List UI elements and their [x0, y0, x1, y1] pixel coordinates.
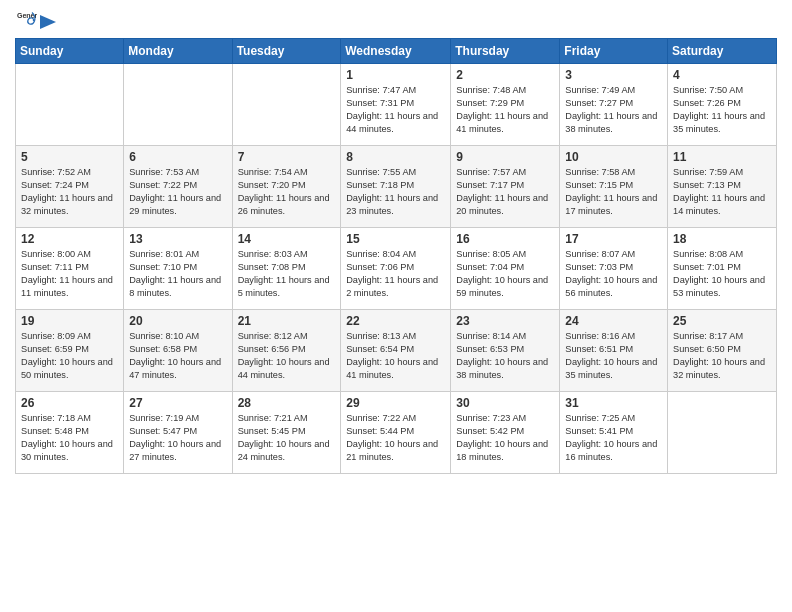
- header: General: [15, 10, 777, 30]
- calendar-cell: 30Sunrise: 7:23 AM Sunset: 5:42 PM Dayli…: [451, 392, 560, 474]
- day-info: Sunrise: 7:25 AM Sunset: 5:41 PM Dayligh…: [565, 412, 662, 464]
- calendar-cell: 28Sunrise: 7:21 AM Sunset: 5:45 PM Dayli…: [232, 392, 341, 474]
- calendar-cell: 3Sunrise: 7:49 AM Sunset: 7:27 PM Daylig…: [560, 64, 668, 146]
- week-row-5: 26Sunrise: 7:18 AM Sunset: 5:48 PM Dayli…: [16, 392, 777, 474]
- calendar-cell: 2Sunrise: 7:48 AM Sunset: 7:29 PM Daylig…: [451, 64, 560, 146]
- day-number: 20: [129, 314, 226, 328]
- weekday-header-thursday: Thursday: [451, 39, 560, 64]
- day-number: 25: [673, 314, 771, 328]
- calendar-cell: 15Sunrise: 8:04 AM Sunset: 7:06 PM Dayli…: [341, 228, 451, 310]
- day-info: Sunrise: 7:18 AM Sunset: 5:48 PM Dayligh…: [21, 412, 118, 464]
- calendar-cell: 20Sunrise: 8:10 AM Sunset: 6:58 PM Dayli…: [124, 310, 232, 392]
- weekday-header-monday: Monday: [124, 39, 232, 64]
- day-info: Sunrise: 8:14 AM Sunset: 6:53 PM Dayligh…: [456, 330, 554, 382]
- calendar-cell: 23Sunrise: 8:14 AM Sunset: 6:53 PM Dayli…: [451, 310, 560, 392]
- calendar-cell: 24Sunrise: 8:16 AM Sunset: 6:51 PM Dayli…: [560, 310, 668, 392]
- calendar-cell: 17Sunrise: 8:07 AM Sunset: 7:03 PM Dayli…: [560, 228, 668, 310]
- day-number: 7: [238, 150, 336, 164]
- day-info: Sunrise: 8:10 AM Sunset: 6:58 PM Dayligh…: [129, 330, 226, 382]
- day-info: Sunrise: 7:19 AM Sunset: 5:47 PM Dayligh…: [129, 412, 226, 464]
- calendar-cell: [124, 64, 232, 146]
- day-number: 9: [456, 150, 554, 164]
- weekday-header-row: SundayMondayTuesdayWednesdayThursdayFrid…: [16, 39, 777, 64]
- calendar-cell: 11Sunrise: 7:59 AM Sunset: 7:13 PM Dayli…: [668, 146, 777, 228]
- weekday-header-tuesday: Tuesday: [232, 39, 341, 64]
- day-info: Sunrise: 8:13 AM Sunset: 6:54 PM Dayligh…: [346, 330, 445, 382]
- calendar-cell: 1Sunrise: 7:47 AM Sunset: 7:31 PM Daylig…: [341, 64, 451, 146]
- calendar-cell: 7Sunrise: 7:54 AM Sunset: 7:20 PM Daylig…: [232, 146, 341, 228]
- page: General SundayMondayTuesdayWednesdayThur…: [0, 0, 792, 612]
- day-number: 23: [456, 314, 554, 328]
- day-info: Sunrise: 8:03 AM Sunset: 7:08 PM Dayligh…: [238, 248, 336, 300]
- day-number: 3: [565, 68, 662, 82]
- calendar-cell: 18Sunrise: 8:08 AM Sunset: 7:01 PM Dayli…: [668, 228, 777, 310]
- day-info: Sunrise: 8:04 AM Sunset: 7:06 PM Dayligh…: [346, 248, 445, 300]
- day-number: 8: [346, 150, 445, 164]
- calendar-cell: 29Sunrise: 7:22 AM Sunset: 5:44 PM Dayli…: [341, 392, 451, 474]
- day-number: 21: [238, 314, 336, 328]
- day-info: Sunrise: 8:00 AM Sunset: 7:11 PM Dayligh…: [21, 248, 118, 300]
- day-number: 29: [346, 396, 445, 410]
- day-info: Sunrise: 8:12 AM Sunset: 6:56 PM Dayligh…: [238, 330, 336, 382]
- day-info: Sunrise: 8:17 AM Sunset: 6:50 PM Dayligh…: [673, 330, 771, 382]
- week-row-1: 1Sunrise: 7:47 AM Sunset: 7:31 PM Daylig…: [16, 64, 777, 146]
- calendar-table: SundayMondayTuesdayWednesdayThursdayFrid…: [15, 38, 777, 474]
- day-number: 11: [673, 150, 771, 164]
- calendar-cell: 13Sunrise: 8:01 AM Sunset: 7:10 PM Dayli…: [124, 228, 232, 310]
- calendar-cell: [232, 64, 341, 146]
- day-info: Sunrise: 7:22 AM Sunset: 5:44 PM Dayligh…: [346, 412, 445, 464]
- day-number: 1: [346, 68, 445, 82]
- day-info: Sunrise: 7:55 AM Sunset: 7:18 PM Dayligh…: [346, 166, 445, 218]
- calendar-cell: 12Sunrise: 8:00 AM Sunset: 7:11 PM Dayli…: [16, 228, 124, 310]
- week-row-4: 19Sunrise: 8:09 AM Sunset: 6:59 PM Dayli…: [16, 310, 777, 392]
- day-number: 24: [565, 314, 662, 328]
- calendar-cell: 27Sunrise: 7:19 AM Sunset: 5:47 PM Dayli…: [124, 392, 232, 474]
- logo: General: [15, 10, 59, 30]
- calendar-cell: [668, 392, 777, 474]
- day-number: 4: [673, 68, 771, 82]
- svg-marker-1: [40, 15, 56, 29]
- day-number: 14: [238, 232, 336, 246]
- day-info: Sunrise: 7:21 AM Sunset: 5:45 PM Dayligh…: [238, 412, 336, 464]
- logo-arrow-icon: [38, 13, 58, 31]
- day-number: 28: [238, 396, 336, 410]
- day-number: 17: [565, 232, 662, 246]
- day-number: 13: [129, 232, 226, 246]
- calendar-cell: 31Sunrise: 7:25 AM Sunset: 5:41 PM Dayli…: [560, 392, 668, 474]
- calendar-cell: 8Sunrise: 7:55 AM Sunset: 7:18 PM Daylig…: [341, 146, 451, 228]
- weekday-header-friday: Friday: [560, 39, 668, 64]
- day-number: 2: [456, 68, 554, 82]
- calendar-cell: 9Sunrise: 7:57 AM Sunset: 7:17 PM Daylig…: [451, 146, 560, 228]
- calendar-cell: 14Sunrise: 8:03 AM Sunset: 7:08 PM Dayli…: [232, 228, 341, 310]
- day-info: Sunrise: 7:57 AM Sunset: 7:17 PM Dayligh…: [456, 166, 554, 218]
- calendar-cell: 25Sunrise: 8:17 AM Sunset: 6:50 PM Dayli…: [668, 310, 777, 392]
- calendar-cell: 19Sunrise: 8:09 AM Sunset: 6:59 PM Dayli…: [16, 310, 124, 392]
- week-row-2: 5Sunrise: 7:52 AM Sunset: 7:24 PM Daylig…: [16, 146, 777, 228]
- calendar-cell: 4Sunrise: 7:50 AM Sunset: 7:26 PM Daylig…: [668, 64, 777, 146]
- day-info: Sunrise: 8:05 AM Sunset: 7:04 PM Dayligh…: [456, 248, 554, 300]
- week-row-3: 12Sunrise: 8:00 AM Sunset: 7:11 PM Dayli…: [16, 228, 777, 310]
- day-number: 18: [673, 232, 771, 246]
- calendar-cell: 16Sunrise: 8:05 AM Sunset: 7:04 PM Dayli…: [451, 228, 560, 310]
- calendar-cell: 6Sunrise: 7:53 AM Sunset: 7:22 PM Daylig…: [124, 146, 232, 228]
- logo-icon: General: [17, 10, 37, 30]
- day-number: 16: [456, 232, 554, 246]
- day-info: Sunrise: 7:53 AM Sunset: 7:22 PM Dayligh…: [129, 166, 226, 218]
- day-number: 27: [129, 396, 226, 410]
- day-info: Sunrise: 8:08 AM Sunset: 7:01 PM Dayligh…: [673, 248, 771, 300]
- day-number: 19: [21, 314, 118, 328]
- day-number: 30: [456, 396, 554, 410]
- day-info: Sunrise: 7:54 AM Sunset: 7:20 PM Dayligh…: [238, 166, 336, 218]
- day-info: Sunrise: 8:07 AM Sunset: 7:03 PM Dayligh…: [565, 248, 662, 300]
- day-info: Sunrise: 7:49 AM Sunset: 7:27 PM Dayligh…: [565, 84, 662, 136]
- weekday-header-saturday: Saturday: [668, 39, 777, 64]
- day-info: Sunrise: 8:09 AM Sunset: 6:59 PM Dayligh…: [21, 330, 118, 382]
- day-number: 6: [129, 150, 226, 164]
- calendar-cell: 21Sunrise: 8:12 AM Sunset: 6:56 PM Dayli…: [232, 310, 341, 392]
- calendar-cell: 26Sunrise: 7:18 AM Sunset: 5:48 PM Dayli…: [16, 392, 124, 474]
- calendar-cell: [16, 64, 124, 146]
- day-info: Sunrise: 7:52 AM Sunset: 7:24 PM Dayligh…: [21, 166, 118, 218]
- day-info: Sunrise: 7:50 AM Sunset: 7:26 PM Dayligh…: [673, 84, 771, 136]
- day-info: Sunrise: 8:01 AM Sunset: 7:10 PM Dayligh…: [129, 248, 226, 300]
- day-info: Sunrise: 7:59 AM Sunset: 7:13 PM Dayligh…: [673, 166, 771, 218]
